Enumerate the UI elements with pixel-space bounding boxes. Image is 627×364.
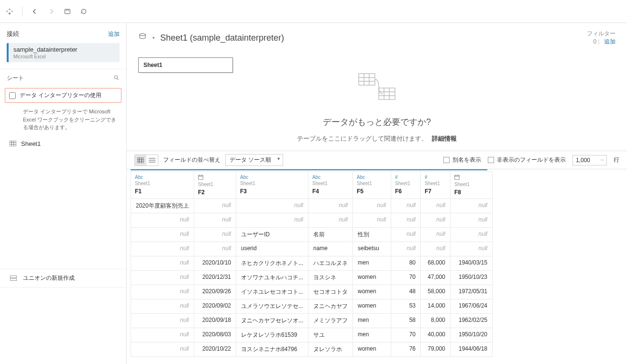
cell[interactable]: ユーザーID: [236, 228, 308, 242]
cell[interactable]: null: [308, 213, 353, 228]
cell[interactable]: 79,000: [421, 342, 451, 357]
cell[interactable]: 1940/03/15: [451, 256, 493, 271]
column-header-F5[interactable]: AbcSheet1F5: [353, 172, 391, 199]
cell[interactable]: 2020/09/02: [194, 299, 236, 314]
view-list-icon[interactable]: [146, 155, 158, 165]
cell[interactable]: null: [421, 213, 451, 228]
cell[interactable]: イソネユレセコオコト...: [236, 285, 308, 299]
cell[interactable]: null: [194, 228, 236, 242]
cell[interactable]: 1950/10/23: [451, 271, 493, 285]
canvas-table-chip[interactable]: Sheet1: [138, 57, 233, 73]
cell[interactable]: null: [421, 242, 451, 256]
cell[interactable]: 2020/08/03: [194, 328, 236, 342]
cell[interactable]: null: [391, 242, 421, 256]
cell[interactable]: null: [236, 213, 308, 228]
connection-item[interactable]: sample_datainterpreter Microsoft Excel: [7, 43, 120, 62]
cell[interactable]: 2020/09/26: [194, 285, 236, 299]
cell[interactable]: women: [353, 342, 391, 357]
cell[interactable]: null: [451, 199, 493, 213]
cell[interactable]: null: [194, 242, 236, 256]
column-header-F4[interactable]: AbcSheet1F4: [308, 172, 353, 199]
cell[interactable]: null: [391, 228, 421, 242]
cell[interactable]: ヌニヘカヤフセレソオ...: [236, 314, 308, 328]
cell[interactable]: men: [353, 328, 391, 342]
cell[interactable]: null: [451, 213, 493, 228]
cell[interactable]: null: [236, 199, 308, 213]
cell[interactable]: 8,000: [421, 314, 451, 328]
cell[interactable]: サユ: [308, 328, 353, 342]
cell[interactable]: 53: [391, 299, 421, 314]
new-union-button[interactable]: ユニオンの新規作成: [0, 269, 126, 287]
cell[interactable]: null: [194, 213, 236, 228]
cell[interactable]: null: [353, 199, 391, 213]
cell[interactable]: null: [131, 299, 194, 314]
column-header-F3[interactable]: AbcSheet1F3: [236, 172, 308, 199]
back-icon[interactable]: [30, 7, 40, 16]
row-limit-input[interactable]: 1,000: [572, 155, 607, 165]
datasource-menu-caret[interactable]: ▼: [152, 36, 155, 40]
view-grid-icon[interactable]: [135, 155, 146, 165]
cell[interactable]: レケヌレソラホ61539: [236, 328, 308, 342]
cell[interactable]: 70: [391, 271, 421, 285]
cell[interactable]: セコオコトタ: [308, 285, 353, 299]
cell[interactable]: men: [353, 256, 391, 271]
cell[interactable]: 48: [391, 285, 421, 299]
cell[interactable]: 性別: [353, 228, 391, 242]
cell[interactable]: 2020/12/31: [194, 271, 236, 285]
cell[interactable]: オソワナユキルハコチ...: [236, 271, 308, 285]
cell[interactable]: men: [353, 314, 391, 328]
refresh-icon[interactable]: [79, 7, 88, 16]
cell[interactable]: null: [353, 213, 391, 228]
cell[interactable]: 47,000: [421, 271, 451, 285]
cell[interactable]: null: [308, 199, 353, 213]
cell[interactable]: women: [353, 299, 391, 314]
add-connection-link[interactable]: 追加: [108, 30, 120, 38]
tableau-logo-icon[interactable]: [5, 7, 14, 16]
cell[interactable]: 2020/10/22: [194, 342, 236, 357]
cell[interactable]: null: [451, 228, 493, 242]
cell[interactable]: 2020/10/10: [194, 256, 236, 271]
cell[interactable]: null: [131, 228, 194, 242]
cell[interactable]: 1944/06/18: [451, 342, 493, 357]
cell[interactable]: 58: [391, 314, 421, 328]
cell[interactable]: 68,000: [421, 256, 451, 271]
cell[interactable]: 80: [391, 256, 421, 271]
relationship-canvas[interactable]: Sheet1 データが: [127, 48, 627, 151]
cell[interactable]: 58,000: [421, 285, 451, 299]
cell[interactable]: null: [131, 342, 194, 357]
cell[interactable]: women: [353, 271, 391, 285]
search-icon[interactable]: [113, 75, 120, 82]
cell[interactable]: women: [353, 285, 391, 299]
cell[interactable]: ヨスシネ: [308, 271, 353, 285]
cell[interactable]: 2020年度顧客別売上: [131, 199, 194, 213]
cell[interactable]: 1972/05/31: [451, 285, 493, 299]
cell[interactable]: null: [451, 242, 493, 256]
cell[interactable]: ヌニヘカヤフ: [308, 299, 353, 314]
cell[interactable]: userid: [236, 242, 308, 256]
cell[interactable]: ヌレソラホ: [308, 342, 353, 357]
cell[interactable]: seibetsu: [353, 242, 391, 256]
column-header-F7[interactable]: #Sheet1F7: [421, 172, 451, 199]
cell[interactable]: 40,000: [421, 328, 451, 342]
show-hidden-fields-checkbox[interactable]: 非表示のフィールドを表示: [488, 156, 566, 164]
interpreter-checkbox[interactable]: [9, 92, 16, 99]
cell[interactable]: name: [308, 242, 353, 256]
cell[interactable]: ネヒカクリクホネノト...: [236, 256, 308, 271]
cell[interactable]: 1967/06/24: [451, 299, 493, 314]
cell[interactable]: ヨスシネニナホ84796: [236, 342, 308, 357]
cell[interactable]: ハエコルヌネ: [308, 256, 353, 271]
column-header-F6[interactable]: #Sheet1F6: [391, 172, 421, 199]
cell[interactable]: 1962/02/25: [451, 314, 493, 328]
cell[interactable]: 名前: [308, 228, 353, 242]
cell[interactable]: ユメラソウエレソテセ...: [236, 299, 308, 314]
cell[interactable]: null: [391, 199, 421, 213]
cell[interactable]: null: [194, 199, 236, 213]
column-header-F1[interactable]: AbcSheet1F1: [131, 172, 194, 199]
cell[interactable]: null: [131, 285, 194, 299]
cell[interactable]: 2020/09/18: [194, 314, 236, 328]
cell[interactable]: null: [421, 228, 451, 242]
cell[interactable]: null: [421, 199, 451, 213]
cell[interactable]: 14,000: [421, 299, 451, 314]
show-aliases-checkbox[interactable]: 別名を表示: [443, 156, 481, 164]
save-icon[interactable]: [63, 7, 72, 16]
